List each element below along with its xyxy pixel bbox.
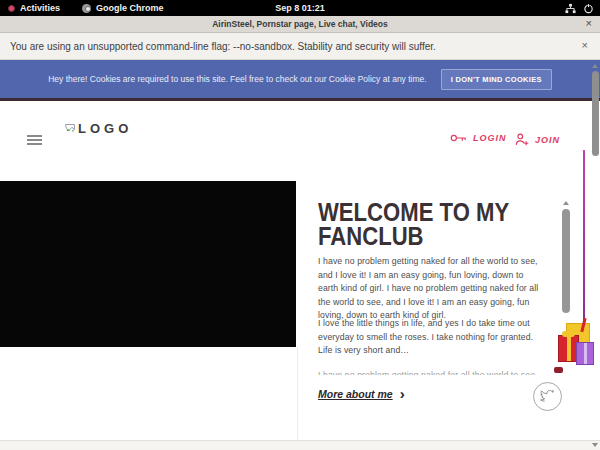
- more-about-me-link[interactable]: More about me ›: [318, 388, 405, 400]
- infobar-close-button[interactable]: ×: [582, 39, 588, 51]
- chrome-infobar: You are using an unsupported command-lin…: [0, 33, 600, 60]
- network-indicator[interactable]: [565, 0, 576, 16]
- broken-image-icon: [64, 123, 77, 136]
- site-header: LOGO LOGIN JOIN: [0, 101, 600, 180]
- logo-label: LOGO: [78, 121, 132, 136]
- panel-scrollbar-thumb[interactable]: [562, 209, 570, 313]
- cookie-message: Hey there! Cookies are required to use t…: [48, 74, 426, 84]
- app-menu[interactable]: Google Chrome: [82, 0, 164, 16]
- key-icon: [450, 132, 467, 144]
- scrollbar-thumb[interactable]: [592, 71, 599, 156]
- login-label: LOGIN: [473, 133, 507, 143]
- clock-label: Sep 8 01:21: [275, 3, 325, 13]
- gnome-top-bar: Activities Google Chrome Sep 8 01:21: [0, 0, 600, 16]
- more-about-me-label: More about me: [318, 388, 393, 400]
- login-button[interactable]: LOGIN: [450, 132, 507, 144]
- window-title-bar[interactable]: AirinSteel, Pornstar page, Live chat, Vi…: [0, 16, 600, 33]
- twitter-link[interactable]: [533, 382, 562, 411]
- browser-scrollbar[interactable]: [590, 60, 600, 450]
- recording-indicator-icon: [8, 5, 15, 12]
- activities-label: Activities: [20, 3, 60, 13]
- user-plus-icon: [514, 132, 529, 147]
- page-bottom-strip: [0, 440, 600, 450]
- join-label: JOIN: [535, 135, 560, 145]
- twitter-bird-icon: [540, 390, 555, 403]
- desktop-screenshot: Activities Google Chrome Sep 8 01:21: [0, 0, 600, 450]
- clock[interactable]: Sep 8 01:21: [275, 0, 325, 16]
- window-title: AirinSteel, Pornstar page, Live chat, Vi…: [212, 19, 388, 29]
- fanclub-paragraph-3-clipped: I have no problem getting naked for all …: [318, 369, 545, 375]
- activities-button[interactable]: Activities: [8, 0, 60, 16]
- network-icon: [565, 3, 576, 14]
- scroll-up-arrow[interactable]: [592, 64, 598, 68]
- app-name-label: Google Chrome: [96, 3, 164, 13]
- site-logo[interactable]: LOGO: [64, 121, 132, 136]
- power-icon: [583, 3, 594, 14]
- cookie-banner: Hey there! Cookies are required to use t…: [0, 60, 600, 98]
- cookie-accept-button[interactable]: I DON'T MIND COOKIES: [441, 69, 552, 90]
- chevron-right-icon: ›: [400, 389, 405, 399]
- fanclub-heading: WELCOME TO MY FANCLUB: [318, 200, 556, 248]
- hero-media-placeholder[interactable]: [0, 181, 296, 347]
- scroll-down-arrow[interactable]: [592, 443, 598, 447]
- page-viewport: Hey there! Cookies are required to use t…: [0, 60, 600, 450]
- fanclub-paragraph-2: I love the little things in life, and ye…: [318, 317, 545, 358]
- panel-scroll-up-arrow[interactable]: [563, 201, 569, 205]
- infobar-message: You are using an unsupported command-lin…: [10, 41, 436, 52]
- join-button[interactable]: JOIN: [514, 132, 560, 147]
- menu-hamburger-icon[interactable]: [27, 135, 42, 145]
- gift-streamer-pole: [583, 150, 585, 330]
- column-divider: [297, 347, 298, 440]
- chrome-icon: [82, 4, 91, 13]
- fanclub-paragraph-1: I have no problem getting naked for all …: [318, 255, 545, 323]
- gift-bow-icon: [554, 367, 563, 373]
- window-close-button[interactable]: ×: [586, 17, 592, 29]
- power-menu[interactable]: [583, 0, 594, 16]
